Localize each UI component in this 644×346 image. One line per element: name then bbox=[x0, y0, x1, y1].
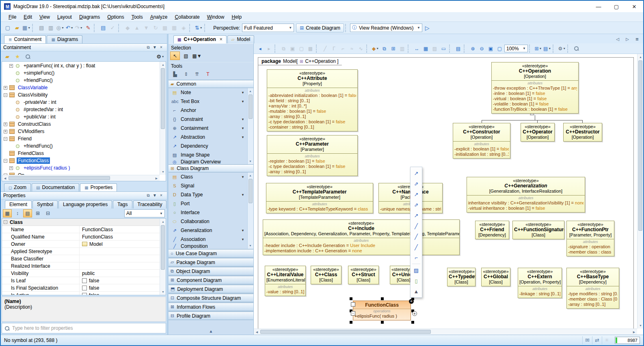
search-icon[interactable] bbox=[23, 52, 32, 61]
properties-tab-language-properties[interactable]: Language properties bbox=[58, 200, 112, 208]
save-project-icon[interactable]: ▦▼ bbox=[22, 24, 31, 32]
float-icon[interactable]: ⧉ bbox=[145, 193, 151, 198]
stereotype-box-extern[interactable]: «stereotype»C++Extern[Operation, Propert… bbox=[518, 268, 562, 298]
menu-collaborate[interactable]: Collaborate bbox=[171, 13, 203, 21]
menu-options[interactable]: Options bbox=[104, 13, 128, 21]
diagram-tab-cpp-operation[interactable]: ▦ C++Operation × bbox=[173, 35, 227, 43]
tree-item[interactable]: −FunctionClass bbox=[2, 157, 160, 164]
distribute-icon[interactable]: ⇈ bbox=[192, 70, 202, 78]
scroll-thumb[interactable] bbox=[249, 95, 253, 119]
play-readme-button[interactable]: ▷ bbox=[423, 24, 432, 32]
palette-section-use-case-diagram[interactable]: ○Use Case Diagram bbox=[169, 249, 253, 258]
sync-icon[interactable]: ⇅▼ bbox=[194, 24, 203, 32]
resize-icon[interactable]: ↔ bbox=[413, 44, 421, 53]
lock-view-icon[interactable]: ◆ bbox=[123, 24, 132, 32]
close-icon[interactable]: × bbox=[158, 193, 164, 198]
scroll-thumb[interactable] bbox=[638, 60, 642, 231]
copy-icon[interactable]: ⧉ bbox=[279, 44, 288, 53]
open-element-icon[interactable]: ▰ bbox=[3, 52, 12, 61]
tree-item[interactable]: ++paramFunc( int x, char y ) : float bbox=[2, 62, 160, 69]
palette-section-package-diagram[interactable]: ▱Package Diagram bbox=[169, 258, 253, 266]
delete-from-model-icon[interactable]: ▩ bbox=[306, 44, 315, 53]
scroll-up-icon[interactable]: ▲ bbox=[160, 62, 166, 68]
lock-icon[interactable]: ◈ bbox=[179, 24, 188, 32]
expander-icon[interactable]: + bbox=[4, 122, 7, 126]
properties-tab-symbol[interactable]: Symbol bbox=[32, 200, 58, 208]
compartment-toggle[interactable]: − bbox=[351, 311, 355, 316]
expander-icon[interactable]: + bbox=[4, 130, 7, 133]
spelling-icon[interactable]: ✎ bbox=[84, 24, 93, 32]
palette-item-constraint[interactable]: {}Constraint▼ bbox=[169, 115, 253, 124]
directed-association-tool-icon[interactable]: ╱ bbox=[411, 231, 421, 242]
categorized-view-icon[interactable]: ▦ bbox=[3, 209, 12, 217]
palette-section-object-diagram[interactable]: ⧉Object Diagram bbox=[169, 267, 253, 275]
diagram-tab-model[interactable]: ▱ Model bbox=[227, 35, 254, 43]
align-icon[interactable]: ⇕ bbox=[181, 70, 191, 78]
tree-item[interactable]: −ClassVisibility bbox=[2, 91, 160, 99]
add-element-badge[interactable]: + bbox=[409, 299, 414, 304]
search-icon[interactable] bbox=[572, 44, 581, 53]
add-operation-badge[interactable]: + bbox=[412, 311, 417, 316]
stereotype-box-attribute[interactable]: «stereotype»C++Attribute[Property]attrib… bbox=[267, 69, 358, 131]
tree-item[interactable]: ++elipsisFunc( radius ) bbox=[2, 164, 160, 172]
function-class-element[interactable]: FunctionClassoperations+elipsisFunc( rad… bbox=[353, 301, 411, 320]
scroll-up-icon[interactable]: ▲ bbox=[638, 54, 643, 60]
palette-item-collaboration[interactable]: ⬭Collaboration bbox=[169, 217, 253, 226]
palette-section-deployment-diagram[interactable]: ⬒Deployment Diagram bbox=[169, 285, 253, 293]
tree-item[interactable]: +CVModifiers bbox=[2, 128, 160, 135]
commit-icon[interactable]: ▲ bbox=[132, 24, 141, 32]
stereotype-box-parameter[interactable]: «stereotype»C++Parameter[Parameter]attri… bbox=[267, 135, 358, 176]
script-icon[interactable]: ▤ bbox=[454, 44, 462, 53]
scroll-down-icon[interactable]: ▼ bbox=[638, 322, 643, 329]
palette-item-class[interactable]: ▤Class▼ bbox=[169, 172, 253, 181]
canvas-hscrollbar[interactable]: ◀ ▶ bbox=[254, 329, 637, 335]
selection-handle[interactable] bbox=[411, 321, 414, 324]
memory-indicator[interactable]: 8987 bbox=[615, 337, 640, 344]
zoom-fit-icon[interactable]: ▣ bbox=[486, 44, 495, 53]
message-icon[interactable]: ✉ bbox=[582, 336, 592, 344]
palette-section-component-diagram[interactable]: ⊞Component Diagram bbox=[169, 276, 253, 284]
palette-item-composition[interactable]: ╱Composition bbox=[169, 244, 253, 249]
gear-icon[interactable]: ⚙▼ bbox=[558, 44, 566, 53]
image-icon[interactable]: ▨ bbox=[430, 44, 439, 53]
menu-window[interactable]: Window bbox=[203, 13, 228, 21]
selection-handle[interactable] bbox=[381, 321, 384, 324]
property-filter-select[interactable]: All ▼ bbox=[124, 209, 165, 217]
back-icon[interactable]: ◂ bbox=[256, 44, 264, 53]
tab-documentation[interactable]: ▤ Documentation bbox=[32, 183, 79, 191]
scroll-down-icon[interactable]: ▼ bbox=[160, 169, 166, 175]
tree-item[interactable]: +simpleFunc() bbox=[2, 69, 160, 77]
forward-icon[interactable]: ▸ bbox=[265, 44, 273, 53]
anchor-tool-icon[interactable]: ⌐ bbox=[411, 252, 421, 263]
next-tab-icon[interactable]: ▷ bbox=[623, 34, 632, 43]
database-icon[interactable]: ▥ bbox=[398, 44, 406, 53]
zoom-level-select[interactable]: 100%▼ bbox=[504, 45, 528, 52]
favorites-icon[interactable]: ★ bbox=[13, 52, 22, 61]
rectilinear-style-icon[interactable]: Γ bbox=[330, 44, 338, 53]
palette-scrollbar[interactable]: ▲▼ bbox=[247, 88, 253, 164]
menu-diagrams[interactable]: Diagrams bbox=[76, 13, 104, 21]
scroll-thumb[interactable] bbox=[9, 176, 110, 180]
checkbox-icon[interactable] bbox=[82, 293, 87, 295]
scroll-up-icon[interactable]: ▲ bbox=[160, 219, 166, 225]
scroll-down-icon[interactable]: ▼ bbox=[160, 289, 166, 295]
palette-section-composite-structure-diagram[interactable]: ⊡Composite Structure Diagram bbox=[169, 294, 253, 302]
zoom-out-icon[interactable]: ⊖ bbox=[478, 44, 486, 53]
menu-help[interactable]: Help bbox=[228, 13, 245, 21]
palette-section-common[interactable]: ▰Common bbox=[169, 80, 253, 88]
redo-icon[interactable]: ↷▼ bbox=[74, 24, 83, 32]
scroll-right-icon[interactable]: ▶ bbox=[631, 329, 637, 335]
prev-tab-icon[interactable]: ◁ bbox=[613, 34, 622, 43]
properties-tab-element[interactable]: Element bbox=[5, 200, 32, 208]
menu-edit[interactable]: Edit bbox=[20, 13, 36, 21]
window2-icon[interactable]: ▭ bbox=[439, 44, 448, 53]
palette-item-anchor[interactable]: ⌐Anchor bbox=[169, 106, 253, 115]
property-row[interactable]: Is Leaffalse bbox=[2, 277, 160, 284]
tree-item[interactable]: −Op bbox=[2, 172, 160, 175]
scroll-thumb[interactable] bbox=[260, 330, 431, 334]
property-row[interactable]: Visibilitypublic bbox=[2, 270, 160, 277]
minimize-button[interactable]: — bbox=[590, 1, 607, 12]
tab-zoom[interactable]: ◻ Zoom bbox=[4, 183, 31, 191]
canvas-vscrollbar[interactable]: ▲ ▼ bbox=[637, 54, 643, 329]
menu-analyze[interactable]: Analyze bbox=[147, 13, 171, 21]
